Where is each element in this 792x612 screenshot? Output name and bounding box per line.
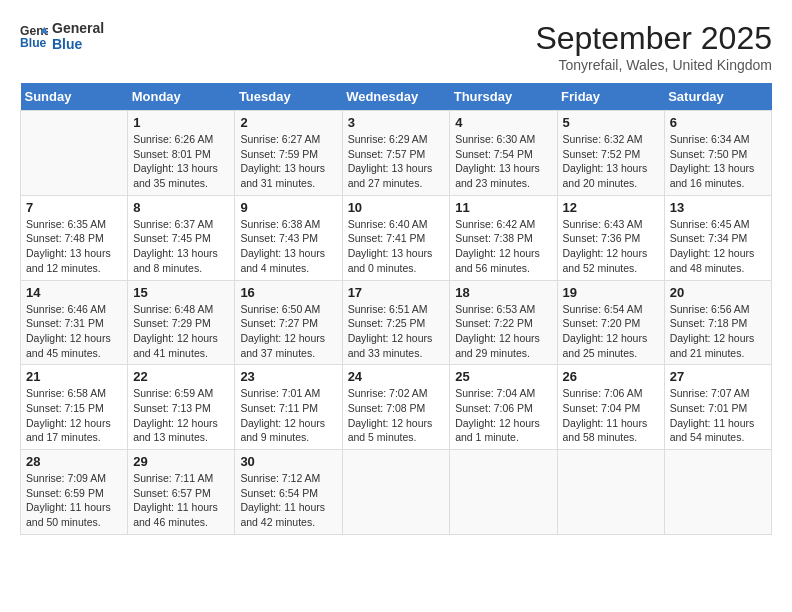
day-info: Sunrise: 6:26 AMSunset: 8:01 PMDaylight:… <box>133 132 229 191</box>
calendar-cell: 27Sunrise: 7:07 AMSunset: 7:01 PMDayligh… <box>664 365 771 450</box>
calendar-cell: 5Sunrise: 6:32 AMSunset: 7:52 PMDaylight… <box>557 111 664 196</box>
weekday-header-wednesday: Wednesday <box>342 83 450 111</box>
day-info: Sunrise: 6:40 AMSunset: 7:41 PMDaylight:… <box>348 217 445 276</box>
day-number: 18 <box>455 285 551 300</box>
day-info: Sunrise: 6:37 AMSunset: 7:45 PMDaylight:… <box>133 217 229 276</box>
weekday-header-saturday: Saturday <box>664 83 771 111</box>
day-info: Sunrise: 6:30 AMSunset: 7:54 PMDaylight:… <box>455 132 551 191</box>
day-info: Sunrise: 7:09 AMSunset: 6:59 PMDaylight:… <box>26 471 122 530</box>
day-number: 11 <box>455 200 551 215</box>
calendar-cell: 25Sunrise: 7:04 AMSunset: 7:06 PMDayligh… <box>450 365 557 450</box>
page-header: General Blue General Blue September 2025… <box>20 20 772 73</box>
calendar-cell: 14Sunrise: 6:46 AMSunset: 7:31 PMDayligh… <box>21 280 128 365</box>
calendar-cell: 16Sunrise: 6:50 AMSunset: 7:27 PMDayligh… <box>235 280 342 365</box>
calendar-cell: 30Sunrise: 7:12 AMSunset: 6:54 PMDayligh… <box>235 450 342 535</box>
day-number: 5 <box>563 115 659 130</box>
day-info: Sunrise: 6:42 AMSunset: 7:38 PMDaylight:… <box>455 217 551 276</box>
day-info: Sunrise: 7:11 AMSunset: 6:57 PMDaylight:… <box>133 471 229 530</box>
calendar-cell: 20Sunrise: 6:56 AMSunset: 7:18 PMDayligh… <box>664 280 771 365</box>
week-row-4: 21Sunrise: 6:58 AMSunset: 7:15 PMDayligh… <box>21 365 772 450</box>
day-info: Sunrise: 6:59 AMSunset: 7:13 PMDaylight:… <box>133 386 229 445</box>
day-number: 4 <box>455 115 551 130</box>
weekday-header-sunday: Sunday <box>21 83 128 111</box>
day-info: Sunrise: 6:27 AMSunset: 7:59 PMDaylight:… <box>240 132 336 191</box>
day-number: 1 <box>133 115 229 130</box>
calendar-cell: 7Sunrise: 6:35 AMSunset: 7:48 PMDaylight… <box>21 195 128 280</box>
day-info: Sunrise: 7:07 AMSunset: 7:01 PMDaylight:… <box>670 386 766 445</box>
weekday-header-tuesday: Tuesday <box>235 83 342 111</box>
calendar-cell: 19Sunrise: 6:54 AMSunset: 7:20 PMDayligh… <box>557 280 664 365</box>
day-number: 26 <box>563 369 659 384</box>
calendar-cell <box>342 450 450 535</box>
day-info: Sunrise: 6:56 AMSunset: 7:18 PMDaylight:… <box>670 302 766 361</box>
day-number: 20 <box>670 285 766 300</box>
calendar-cell: 15Sunrise: 6:48 AMSunset: 7:29 PMDayligh… <box>128 280 235 365</box>
calendar-cell: 3Sunrise: 6:29 AMSunset: 7:57 PMDaylight… <box>342 111 450 196</box>
calendar-cell: 6Sunrise: 6:34 AMSunset: 7:50 PMDaylight… <box>664 111 771 196</box>
logo: General Blue General Blue <box>20 20 104 52</box>
day-info: Sunrise: 6:48 AMSunset: 7:29 PMDaylight:… <box>133 302 229 361</box>
day-number: 28 <box>26 454 122 469</box>
day-number: 27 <box>670 369 766 384</box>
weekday-header-row: SundayMondayTuesdayWednesdayThursdayFrid… <box>21 83 772 111</box>
week-row-5: 28Sunrise: 7:09 AMSunset: 6:59 PMDayligh… <box>21 450 772 535</box>
day-number: 12 <box>563 200 659 215</box>
day-number: 29 <box>133 454 229 469</box>
calendar-cell: 22Sunrise: 6:59 AMSunset: 7:13 PMDayligh… <box>128 365 235 450</box>
day-number: 7 <box>26 200 122 215</box>
calendar-cell: 29Sunrise: 7:11 AMSunset: 6:57 PMDayligh… <box>128 450 235 535</box>
calendar-cell: 28Sunrise: 7:09 AMSunset: 6:59 PMDayligh… <box>21 450 128 535</box>
title-area: September 2025 Tonyrefail, Wales, United… <box>535 20 772 73</box>
calendar-cell: 8Sunrise: 6:37 AMSunset: 7:45 PMDaylight… <box>128 195 235 280</box>
day-info: Sunrise: 6:34 AMSunset: 7:50 PMDaylight:… <box>670 132 766 191</box>
day-number: 9 <box>240 200 336 215</box>
calendar-cell: 13Sunrise: 6:45 AMSunset: 7:34 PMDayligh… <box>664 195 771 280</box>
day-info: Sunrise: 7:02 AMSunset: 7:08 PMDaylight:… <box>348 386 445 445</box>
logo-line2: Blue <box>52 36 104 52</box>
day-info: Sunrise: 6:32 AMSunset: 7:52 PMDaylight:… <box>563 132 659 191</box>
day-info: Sunrise: 6:35 AMSunset: 7:48 PMDaylight:… <box>26 217 122 276</box>
calendar-cell <box>664 450 771 535</box>
month-title: September 2025 <box>535 20 772 57</box>
day-number: 14 <box>26 285 122 300</box>
calendar-cell: 18Sunrise: 6:53 AMSunset: 7:22 PMDayligh… <box>450 280 557 365</box>
day-info: Sunrise: 6:29 AMSunset: 7:57 PMDaylight:… <box>348 132 445 191</box>
logo-line1: General <box>52 20 104 36</box>
week-row-1: 1Sunrise: 6:26 AMSunset: 8:01 PMDaylight… <box>21 111 772 196</box>
calendar-cell: 10Sunrise: 6:40 AMSunset: 7:41 PMDayligh… <box>342 195 450 280</box>
day-number: 23 <box>240 369 336 384</box>
day-info: Sunrise: 6:43 AMSunset: 7:36 PMDaylight:… <box>563 217 659 276</box>
calendar-cell: 24Sunrise: 7:02 AMSunset: 7:08 PMDayligh… <box>342 365 450 450</box>
day-info: Sunrise: 6:50 AMSunset: 7:27 PMDaylight:… <box>240 302 336 361</box>
calendar-cell <box>21 111 128 196</box>
location: Tonyrefail, Wales, United Kingdom <box>535 57 772 73</box>
calendar-cell <box>557 450 664 535</box>
calendar-cell: 9Sunrise: 6:38 AMSunset: 7:43 PMDaylight… <box>235 195 342 280</box>
week-row-3: 14Sunrise: 6:46 AMSunset: 7:31 PMDayligh… <box>21 280 772 365</box>
calendar-table: SundayMondayTuesdayWednesdayThursdayFrid… <box>20 83 772 535</box>
weekday-header-monday: Monday <box>128 83 235 111</box>
calendar-cell: 17Sunrise: 6:51 AMSunset: 7:25 PMDayligh… <box>342 280 450 365</box>
weekday-header-thursday: Thursday <box>450 83 557 111</box>
calendar-cell: 4Sunrise: 6:30 AMSunset: 7:54 PMDaylight… <box>450 111 557 196</box>
day-info: Sunrise: 6:53 AMSunset: 7:22 PMDaylight:… <box>455 302 551 361</box>
day-number: 30 <box>240 454 336 469</box>
day-info: Sunrise: 7:06 AMSunset: 7:04 PMDaylight:… <box>563 386 659 445</box>
day-number: 15 <box>133 285 229 300</box>
calendar-cell: 21Sunrise: 6:58 AMSunset: 7:15 PMDayligh… <box>21 365 128 450</box>
calendar-cell: 12Sunrise: 6:43 AMSunset: 7:36 PMDayligh… <box>557 195 664 280</box>
day-number: 13 <box>670 200 766 215</box>
day-number: 17 <box>348 285 445 300</box>
svg-text:Blue: Blue <box>20 36 47 50</box>
calendar-cell: 2Sunrise: 6:27 AMSunset: 7:59 PMDaylight… <box>235 111 342 196</box>
day-info: Sunrise: 6:58 AMSunset: 7:15 PMDaylight:… <box>26 386 122 445</box>
day-info: Sunrise: 6:51 AMSunset: 7:25 PMDaylight:… <box>348 302 445 361</box>
day-number: 24 <box>348 369 445 384</box>
day-number: 19 <box>563 285 659 300</box>
calendar-cell: 1Sunrise: 6:26 AMSunset: 8:01 PMDaylight… <box>128 111 235 196</box>
day-info: Sunrise: 6:54 AMSunset: 7:20 PMDaylight:… <box>563 302 659 361</box>
day-number: 16 <box>240 285 336 300</box>
day-info: Sunrise: 6:45 AMSunset: 7:34 PMDaylight:… <box>670 217 766 276</box>
calendar-cell: 23Sunrise: 7:01 AMSunset: 7:11 PMDayligh… <box>235 365 342 450</box>
day-number: 3 <box>348 115 445 130</box>
